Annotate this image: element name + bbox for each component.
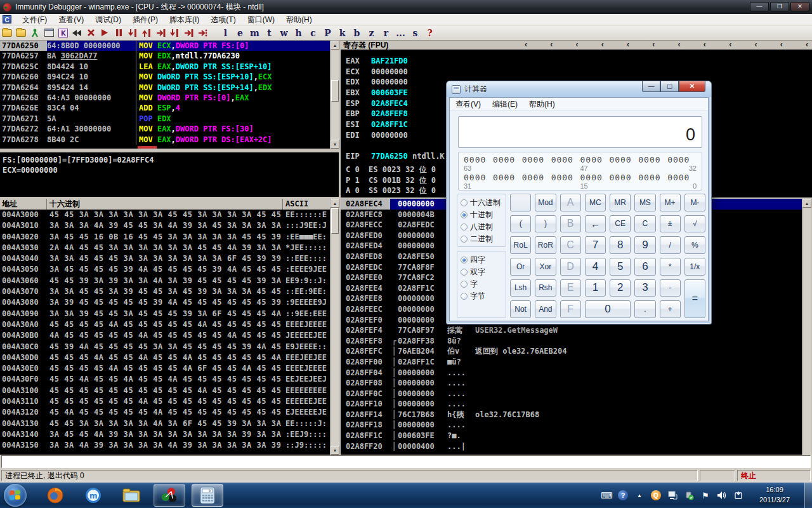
hexdump-row[interactable]: 004A30C045 39 4A 45 45 45 45 3A 3A 45 45…	[0, 342, 339, 352]
base-radio-十六进制[interactable]: 十六进制	[461, 197, 506, 209]
calc-key-A[interactable]: A	[560, 194, 581, 211]
word-radio-字节[interactable]: 字节	[461, 290, 506, 302]
hexdump-row[interactable]: 004A30503A 45 45 45 45 39 4A 45 45 45 45…	[0, 264, 339, 275]
toolbar-letter-t[interactable]: t	[262, 28, 277, 38]
disasm-row[interactable]: 77DA6257BA 3062DA77MOV EDX,ntdll.77DA623…	[0, 51, 339, 61]
calc-key-Rsh[interactable]: Rsh	[535, 279, 556, 297]
calc-key-Not[interactable]: Not	[510, 300, 531, 318]
run-icon[interactable]	[98, 27, 111, 39]
calc-key--[interactable]: -	[660, 279, 681, 297]
stack-row[interactable]: 02A8FF0C│00000000....	[341, 389, 802, 399]
hexdump-row[interactable]: 004A30E045 45 45 45 4A 45 45 45 45 4A 6F…	[0, 363, 339, 374]
toolbar-letter-s[interactable]: s	[408, 28, 422, 38]
eject-media-icon[interactable]	[733, 490, 743, 500]
calc-key-.[interactable]: .	[634, 300, 655, 318]
windows-list-icon[interactable]	[43, 27, 55, 39]
hexdump-row[interactable]: 004A30803A 39 45 45 45 45 45 39 4A 45 45…	[0, 297, 339, 308]
calc-key-4[interactable]: 4	[585, 258, 606, 276]
close-process-icon[interactable]	[84, 27, 97, 39]
scroll-down-arrow[interactable]: ▼	[331, 140, 339, 149]
menu-item-7[interactable]: 帮助(H)	[280, 14, 318, 25]
start-button[interactable]	[4, 484, 27, 507]
toolbar-letter-...[interactable]: ...	[393, 28, 408, 38]
calc-key-/[interactable]: /	[660, 236, 681, 254]
open-file-icon[interactable]	[1, 27, 13, 39]
menu-item-3[interactable]: 插件(P)	[127, 14, 164, 25]
show-desktop-button[interactable]	[804, 483, 812, 508]
calc-menu-item-0[interactable]: 查看(V)	[450, 99, 487, 110]
toolbar-letter-r[interactable]: r	[379, 28, 393, 38]
disassembly-pane[interactable]: 77DA625064:8B0D 00000000MOV ECX,DWORD PT…	[0, 41, 339, 149]
calc-key-Mod[interactable]: Mod	[535, 194, 556, 211]
pause-icon[interactable]	[112, 27, 125, 39]
qq-icon[interactable]: Q	[651, 490, 661, 500]
scroll-up-arrow[interactable]: ▲	[802, 199, 811, 208]
toolbar-letter-l[interactable]: l	[218, 28, 233, 38]
taskbar-calculator-button[interactable]: 0	[192, 484, 223, 507]
calc-close-button[interactable]: ✕	[679, 81, 705, 92]
calc-key-Lsh[interactable]: Lsh	[510, 279, 531, 297]
calc-key-Or[interactable]: Or	[510, 258, 531, 276]
hexdump-row[interactable]: 004A313045 45 3A 3A 3A 3A 3A 4A 3A 6F 45…	[0, 418, 339, 429]
trace-over-icon[interactable]	[168, 27, 181, 39]
close-button[interactable]: ✕	[790, 2, 809, 11]
calc-key-7[interactable]: 7	[585, 236, 606, 254]
toolbar-letter-z[interactable]: z	[364, 28, 379, 38]
toolbar-letter-m[interactable]: m	[247, 28, 262, 38]
calculator-window[interactable]: 计算器 — ▢ ✕ 查看(V)编辑(E)帮助(H) 0 000000000000…	[446, 81, 712, 324]
disasm-row[interactable]: 77DA62788B40 2CMOV EAX,DWORD PTR DS:[EAX…	[0, 135, 339, 145]
calc-key-=[interactable]: =	[684, 279, 705, 318]
disasm-row[interactable]: 77DA62715APOP EDX	[0, 114, 339, 124]
go-to-icon[interactable]	[196, 27, 209, 39]
rewind-icon[interactable]	[70, 27, 83, 39]
calc-key-±[interactable]: ±	[660, 215, 681, 233]
hexdump-row[interactable]: 004A30103A 3A 3A 4A 39 45 45 3A 4A 39 3A…	[0, 220, 339, 231]
command-input[interactable]	[1, 455, 811, 468]
taskbar-clock[interactable]: 16:09 2011/3/27	[747, 485, 802, 505]
stack-row[interactable]: 02A8FEF8┌02A8FF388ü?	[341, 336, 802, 347]
stack-row[interactable]: 02A8FF14│76C17B68h{羠ole32.76C17B68	[341, 410, 802, 420]
hexdump-row[interactable]: 004A310045 45 45 45 45 45 45 45 45 45 4A…	[0, 385, 339, 396]
menu-item-4[interactable]: 脚本库(I)	[164, 14, 205, 25]
hexdump-row[interactable]: 004A30F045 45 4A 45 45 4A 45 45 4A 45 45…	[0, 374, 339, 385]
calc-key-1[interactable]: 1	[585, 279, 606, 297]
network-icon[interactable]	[667, 490, 678, 500]
register-row-EAX[interactable]: EAXBAF21FD0	[346, 56, 812, 67]
disasm-row[interactable]: 77DA625C8D4424 10LEA EAX,DWORD PTR SS:[E…	[0, 62, 339, 72]
word-radio-四字[interactable]: 四字	[461, 254, 506, 266]
mdi-child-icon[interactable]: C	[3, 15, 11, 23]
calc-key-([interactable]: (	[510, 215, 531, 233]
hexdump-row[interactable]: 004A30302A 4A 45 45 3A 3A 3A 3A 3A 3A 45…	[0, 243, 339, 253]
menu-item-0[interactable]: 文件(F)	[16, 14, 53, 25]
restart-file-icon[interactable]	[15, 27, 27, 39]
calc-key-M+[interactable]: M+	[660, 194, 681, 211]
calc-key-√[interactable]: √	[684, 215, 705, 233]
hexdump-row[interactable]: 004A300045 45 3A 3A 3A 3A 3A 3A 45 45 3A…	[0, 210, 339, 220]
keyboard-layout-icon[interactable]: ⌨	[601, 490, 612, 500]
calc-key-CE[interactable]: CE	[610, 215, 631, 233]
stack-row[interactable]: 02A8FF20│00000400...|	[341, 441, 802, 452]
disasm-row[interactable]: 77DA6260894C24 10MOV DWORD PTR SS:[ESP+1…	[0, 72, 339, 82]
calc-key-D[interactable]: D	[560, 258, 581, 276]
scroll-up-arrow[interactable]: ▲	[331, 199, 339, 208]
scroll-down-arrow[interactable]: ▼	[331, 446, 339, 455]
calc-key-*[interactable]: *	[660, 258, 681, 276]
calc-key-E[interactable]: E	[560, 279, 581, 297]
stack-row[interactable]: 02A8FEF477CA8F97採蒿USER32.GetMessageW	[341, 325, 802, 336]
disasm-row[interactable]: 77DA625064:8B0D 00000000MOV ECX,DWORD PT…	[0, 41, 339, 51]
menu-item-2[interactable]: 调试(D)	[89, 14, 127, 25]
taskbar-maxthon-button[interactable]: m	[77, 484, 109, 507]
base-radio-八进制[interactable]: 八进制	[461, 221, 506, 233]
taskbar-immunity-button[interactable]	[154, 484, 185, 507]
calc-maximize-button[interactable]: ▢	[660, 81, 679, 92]
step-into-icon[interactable]	[126, 27, 139, 39]
stack-scrollbar[interactable]: ▲	[802, 199, 811, 455]
calc-key-6[interactable]: 6	[634, 258, 655, 276]
register-row-ECX[interactable]: ECX00000000	[346, 67, 812, 77]
calc-key-+[interactable]: +	[660, 300, 681, 318]
minimize-button[interactable]: —	[750, 2, 769, 11]
calc-key-C[interactable]: C	[560, 236, 581, 254]
hexdump-row[interactable]: 004A312045 4A 45 45 45 45 45 4A 45 45 45…	[0, 407, 339, 418]
calc-key-%[interactable]: %	[684, 236, 705, 254]
toolbar-letter-P[interactable]: P	[320, 28, 335, 38]
